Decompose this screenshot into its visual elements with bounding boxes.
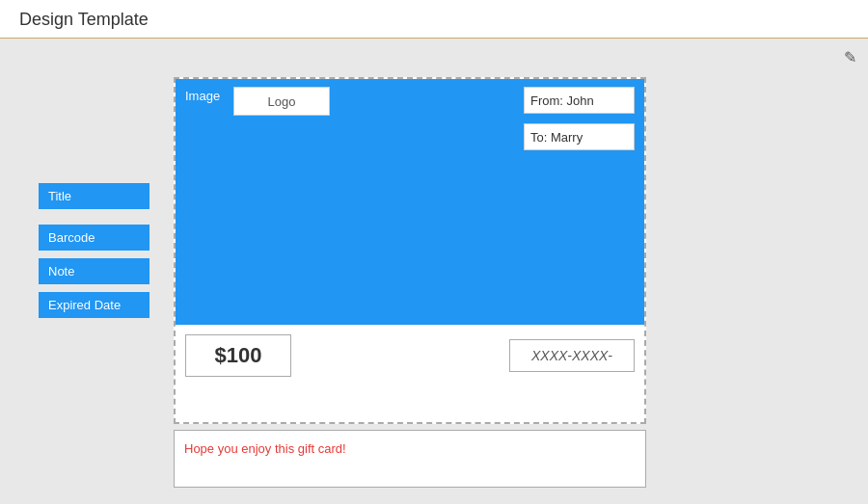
card-amount-text: $100 bbox=[215, 343, 262, 367]
card-bottom: $100 XXXX-XXXX- bbox=[176, 325, 644, 386]
page-title: Design Template bbox=[19, 10, 849, 30]
card-to-box: To: Marry bbox=[524, 123, 635, 150]
expired-date-button[interactable]: Expired Date bbox=[39, 292, 149, 318]
note-button[interactable]: Note bbox=[39, 258, 149, 284]
card-logo-text: Logo bbox=[268, 94, 296, 109]
card-from-box: From: John bbox=[524, 87, 635, 114]
page-header: Design Template bbox=[0, 0, 868, 39]
card-code-box: XXXX-XXXX- bbox=[509, 339, 635, 372]
card-code-text: XXXX-XXXX- bbox=[531, 348, 612, 363]
template-card: Image Logo From: John To: Marry $100 bbox=[174, 77, 646, 424]
template-area: Image Logo From: John To: Marry $100 bbox=[174, 77, 646, 488]
title-button[interactable]: Title bbox=[39, 183, 149, 209]
card-top: Image Logo From: John To: Marry bbox=[176, 79, 644, 325]
card-amount-box: $100 bbox=[185, 334, 291, 377]
card-from-text: From: John bbox=[530, 93, 594, 108]
title-btn-row: Title bbox=[39, 183, 154, 209]
card-logo-box: Logo bbox=[233, 87, 330, 116]
barcode-button[interactable]: Barcode bbox=[39, 225, 149, 251]
card-image-label: Image bbox=[185, 89, 220, 103]
page-content: ✎ Title Barcode Note Expired Date Image … bbox=[0, 39, 868, 504]
card-message-text: Hope you enjoy this gift card! bbox=[184, 441, 346, 456]
card-message-box: Hope you enjoy this gift card! bbox=[174, 430, 646, 488]
edit-icon-button[interactable]: ✎ bbox=[844, 48, 856, 66]
card-to-text: To: Marry bbox=[530, 130, 583, 145]
left-panel: Title Barcode Note Expired Date bbox=[39, 77, 154, 488]
